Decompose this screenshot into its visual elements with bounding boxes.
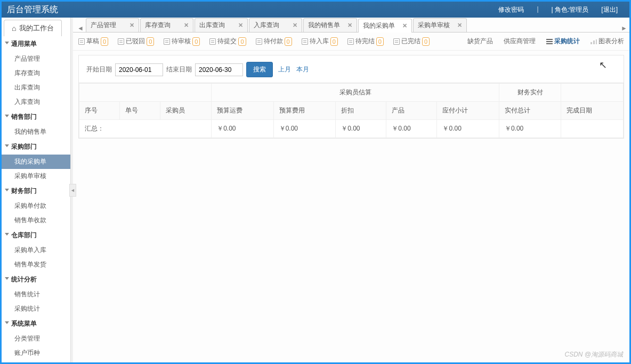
content-tab[interactable]: 入库查询✕ xyxy=(249,18,302,32)
role-label: | 角色:管理员 xyxy=(545,5,595,14)
end-date-input[interactable] xyxy=(195,63,243,76)
nav-group-head[interactable]: 采购部门 xyxy=(2,139,70,155)
tabs-row: ◄ 产品管理✕库存查询✕出库查询✕入库查询✕我的销售单✕我的采购单✕采购单审核✕… xyxy=(73,18,629,33)
search-button[interactable]: 搜索 xyxy=(246,62,273,77)
content-tab[interactable]: 出库查询✕ xyxy=(195,18,248,32)
nav-item[interactable]: 采购单付款 xyxy=(2,199,70,213)
content-tab[interactable]: 我的销售单✕ xyxy=(303,18,357,32)
nav-group-head[interactable]: 通用菜单 xyxy=(2,36,70,52)
nav-item[interactable]: 用户角色 xyxy=(2,360,70,362)
status-count-badge: 0 xyxy=(285,37,292,46)
tab-label: 入库查询 xyxy=(254,21,279,30)
close-icon[interactable]: ✕ xyxy=(130,22,134,29)
column-header[interactable]: 采购员 xyxy=(160,102,211,120)
nav-group-head[interactable]: 统计分析 xyxy=(2,272,70,287)
column-header[interactable]: 实付总计 xyxy=(499,102,561,120)
nav-item[interactable]: 产品管理 xyxy=(2,52,70,66)
prev-month-link[interactable]: 上月 xyxy=(278,65,291,74)
status-filter[interactable]: 待提交0 xyxy=(209,37,246,46)
status-filter[interactable]: 待审核0 xyxy=(164,37,200,46)
summary-value-cell: ￥0.00 xyxy=(212,120,273,138)
nav-group-head[interactable]: 仓库部门 xyxy=(2,228,70,243)
content-area: ◄ 产品管理✕库存查询✕出库查询✕入库查询✕我的销售单✕我的采购单✕采购单审核✕… xyxy=(73,18,629,362)
nav-item[interactable]: 采购统计 xyxy=(2,302,70,316)
start-date-input[interactable] xyxy=(115,63,163,76)
table-column-header-row: 序号单号采购员预算运费预算费用折扣产品应付小计实付总计完成日期 xyxy=(79,102,624,120)
status-filter[interactable]: 待入库0 xyxy=(302,37,338,46)
sidebar-splitter[interactable] xyxy=(71,18,73,362)
nav-item[interactable]: 我的采购单 xyxy=(2,155,70,169)
list-icon xyxy=(546,39,553,44)
content-tab[interactable]: 我的采购单✕ xyxy=(358,19,412,33)
close-icon[interactable]: ✕ xyxy=(238,22,243,29)
status-filter-label: 已完结 xyxy=(401,37,420,46)
content-tab[interactable]: 采购单审核✕ xyxy=(413,18,467,32)
nav-item[interactable]: 分类管理 xyxy=(2,331,70,346)
status-filter-label: 待付款 xyxy=(264,37,283,46)
close-icon[interactable]: ✕ xyxy=(293,22,297,29)
logout-link[interactable]: [退出] xyxy=(595,5,624,14)
summary-value-cell: ￥0.00 xyxy=(499,120,561,138)
toolbar-link[interactable]: 图表分析 xyxy=(590,37,624,46)
change-password-link[interactable]: 修改密码 xyxy=(492,5,530,14)
column-header[interactable]: 产品 xyxy=(386,102,437,120)
nav-item[interactable]: 我的销售单 xyxy=(2,125,70,139)
home-icon: ⌂ xyxy=(12,24,16,33)
nav-item[interactable]: 采购单审核 xyxy=(2,169,70,183)
column-header[interactable]: 单号 xyxy=(119,102,160,120)
status-filter[interactable]: 已完结0 xyxy=(393,37,430,46)
close-icon[interactable]: ✕ xyxy=(347,22,352,29)
nav-item[interactable]: 库存查询 xyxy=(2,66,70,80)
nav-item[interactable]: 销售统计 xyxy=(2,287,70,302)
column-header[interactable]: 应付小计 xyxy=(437,102,499,120)
workspace-tab-label: 我的工作台 xyxy=(19,23,54,33)
column-header[interactable]: 完成日期 xyxy=(561,102,624,120)
this-month-link[interactable]: 本月 xyxy=(296,65,309,74)
tab-label: 我的采购单 xyxy=(363,21,395,30)
content-tab[interactable]: 库存查询✕ xyxy=(140,18,193,32)
toolbar-link-label: 图表分析 xyxy=(598,37,624,46)
summary-label-cell: 汇总： xyxy=(79,120,212,138)
toolbar-link[interactable]: 供应商管理 xyxy=(504,37,536,46)
nav-group-head[interactable]: 销售部门 xyxy=(2,109,70,125)
workspace-tab[interactable]: ⌂ 我的工作台 xyxy=(4,20,62,36)
data-table: 采购员估算 财务实付 序号单号采购员预算运费预算费用折扣产品应付小计实付总计完成… xyxy=(78,83,624,139)
status-filter-label: 草稿 xyxy=(86,37,99,46)
tab-label: 我的销售单 xyxy=(308,21,340,30)
content-tab[interactable]: 产品管理✕ xyxy=(86,18,139,32)
nav-item[interactable]: 账户币种 xyxy=(2,346,70,360)
summary-value-cell: ￥0.00 xyxy=(386,120,437,138)
toolbar-link[interactable]: 采购统计 xyxy=(546,37,580,46)
toolbar-link-label: 采购统计 xyxy=(554,37,580,46)
status-count-badge: 0 xyxy=(147,37,154,46)
nav-group-head[interactable]: 系统菜单 xyxy=(2,316,70,331)
status-filter-label: 待入库 xyxy=(310,37,329,46)
chart-icon xyxy=(590,39,597,44)
status-filter-label: 待完结 xyxy=(355,37,375,46)
close-icon[interactable]: ✕ xyxy=(184,22,189,29)
status-filter[interactable]: 草稿0 xyxy=(78,37,108,46)
nav-item[interactable]: 销售单收款 xyxy=(2,213,70,228)
column-header[interactable]: 预算费用 xyxy=(273,102,335,120)
nav-item[interactable]: 采购单入库 xyxy=(2,243,70,257)
toolbar-link[interactable]: 缺货产品 xyxy=(467,37,493,46)
nav-group-head[interactable]: 财务部门 xyxy=(2,183,70,199)
nav-item[interactable]: 出库查询 xyxy=(2,80,70,95)
close-icon[interactable]: ✕ xyxy=(457,22,462,29)
header-separator: | xyxy=(530,5,545,14)
summary-empty-cell xyxy=(561,120,624,138)
nav-item[interactable]: 销售单发货 xyxy=(2,257,70,272)
status-filter[interactable]: 已驳回0 xyxy=(118,37,154,46)
status-count-badge: 0 xyxy=(238,37,246,46)
tabs-scroll-left[interactable]: ◄ xyxy=(76,25,85,32)
column-header[interactable]: 序号 xyxy=(79,102,120,120)
column-header[interactable]: 折扣 xyxy=(336,102,386,120)
close-icon[interactable]: ✕ xyxy=(402,22,407,29)
status-filter[interactable]: 待完结0 xyxy=(347,37,384,46)
nav-item[interactable]: 入库查询 xyxy=(2,95,70,109)
tabs-scroll-right[interactable]: ► xyxy=(620,25,628,32)
group-buyer-budget: 采购员估算 xyxy=(212,84,499,102)
status-filter[interactable]: 待付款0 xyxy=(256,37,292,46)
document-icon xyxy=(302,38,308,45)
column-header[interactable]: 预算运费 xyxy=(212,102,273,120)
